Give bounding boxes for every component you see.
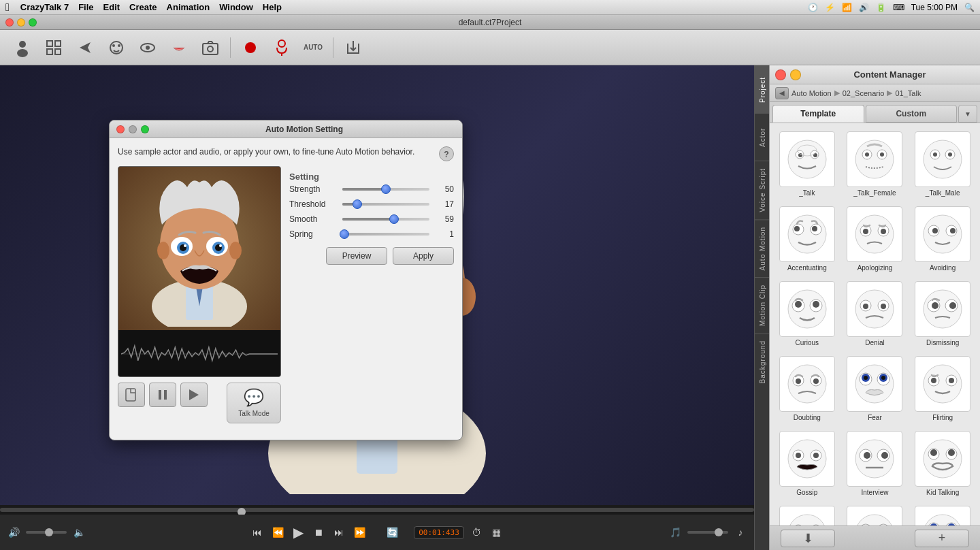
cm-item-16[interactable] — [775, 503, 839, 525]
volume-slider[interactable] — [26, 531, 67, 534]
talk-mode-btn[interactable]: 💬 Talk Mode — [227, 383, 281, 423]
apply-button[interactable]: Apply — [393, 247, 454, 265]
menu-help[interactable]: Help — [263, 2, 282, 12]
smooth-thumb[interactable] — [389, 214, 399, 224]
svg-point-0 — [19, 41, 26, 48]
next-frame-btn[interactable]: ⏩ — [351, 524, 368, 540]
cm-label-doubting: Doubting — [794, 414, 821, 421]
cm-item-gossip[interactable]: Gossip — [775, 428, 839, 499]
vtab-actor[interactable]: Actor — [755, 113, 770, 161]
go-start-btn[interactable]: ⏮ — [249, 524, 265, 540]
cm-label-fear: Fear — [868, 414, 882, 421]
cm-download-btn[interactable]: ⬇ — [781, 530, 835, 547]
cm-item-fear[interactable]: Fear — [843, 353, 907, 424]
window-close-btn[interactable] — [5, 18, 14, 27]
pause-btn[interactable] — [149, 383, 176, 407]
audio-thumb[interactable] — [715, 528, 723, 536]
dialog-waveform — [118, 330, 280, 377]
cm-item-accentuating[interactable]: Accentuating — [775, 204, 839, 274]
cm-item-18[interactable] — [911, 503, 975, 525]
apple-logo[interactable]:  — [5, 1, 10, 14]
cm-tab-custom[interactable]: Custom — [866, 105, 958, 123]
cm-thumb-gossip — [779, 431, 835, 487]
play-btn[interactable]: ▶ — [290, 524, 306, 540]
toolbar-eye-btn[interactable] — [133, 33, 162, 62]
menu-edit[interactable]: Edit — [103, 2, 120, 12]
cm-item-dismissing[interactable]: Dismissing — [911, 278, 975, 349]
metronome-btn[interactable]: ⏱ — [468, 524, 485, 540]
cm-crumb-scenario[interactable]: 02_Scenario — [843, 89, 885, 97]
cm-item-interview[interactable]: Interview — [843, 428, 907, 499]
svg-point-61 — [855, 140, 894, 178]
cm-dropdown-btn[interactable]: ▼ — [958, 105, 977, 123]
vtab-motion-clip[interactable]: Motion Clip — [755, 277, 770, 333]
preview-button[interactable]: Preview — [326, 247, 387, 265]
toolbar-face-btn[interactable] — [102, 33, 131, 62]
cm-item-avoiding[interactable]: Avoiding — [911, 204, 975, 274]
dialog-min-btn[interactable] — [129, 125, 137, 133]
toolbar-auto-btn[interactable]: AUTO — [299, 33, 327, 62]
toolbar-grid-btn[interactable] — [39, 33, 68, 62]
cm-item-apologizing[interactable]: Apologizing — [843, 204, 907, 274]
cm-item-curious[interactable]: Curious — [775, 278, 839, 349]
toolbar-person-btn[interactable] — [8, 33, 37, 62]
threshold-slider-container[interactable] — [342, 200, 429, 208]
strength-thumb[interactable] — [381, 184, 391, 194]
cm-back-btn[interactable]: ◀ — [775, 87, 789, 99]
cm-item-talk-male[interactable]: _Talk_Male — [911, 129, 975, 199]
smooth-slider-container[interactable] — [342, 215, 429, 223]
threshold-thumb[interactable] — [353, 199, 362, 209]
cm-item-flirting[interactable]: Flirting — [911, 353, 975, 424]
cm-close-btn[interactable] — [775, 69, 786, 80]
cm-item-denial[interactable]: Denial — [843, 278, 907, 349]
cm-item-kid-talking[interactable]: Kid Talking — [911, 428, 975, 499]
cm-item-doubting[interactable]: Doubting — [775, 353, 839, 424]
toolbar-mouth-btn[interactable] — [165, 33, 193, 62]
cm-item-talk-female[interactable]: _Talk_Female — [843, 129, 907, 199]
menu-window[interactable]: Window — [219, 2, 253, 12]
cm-expand-btn[interactable] — [790, 69, 801, 80]
spring-slider-container[interactable] — [342, 230, 429, 238]
cm-label-dismissing: Dismissing — [926, 339, 959, 346]
audio-play-btn[interactable] — [180, 383, 208, 407]
menu-create[interactable]: Create — [129, 2, 157, 12]
grid-view-btn[interactable]: ▦ — [489, 524, 505, 540]
toolbar-export-btn[interactable] — [339, 33, 368, 62]
toolbar-transform-btn[interactable] — [71, 33, 99, 62]
menu-search-icon[interactable]: 🔍 — [964, 3, 975, 12]
volume-thumb[interactable] — [45, 528, 53, 536]
audio-file-btn[interactable] — [118, 383, 145, 407]
rewind-btn[interactable]: ⏪ — [270, 524, 286, 540]
spring-thumb[interactable] — [340, 229, 349, 239]
toolbar-camera-btn[interactable] — [196, 33, 225, 62]
cm-crumb-auto-motion[interactable]: Auto Motion — [791, 89, 832, 97]
vtab-project[interactable]: Project — [755, 65, 770, 113]
window-minimize-btn[interactable] — [17, 18, 25, 27]
vtab-auto-motion[interactable]: Auto Motion — [755, 219, 770, 277]
timeline-track[interactable] — [0, 508, 754, 512]
vtab-voice-script[interactable]: Voice Script — [755, 161, 770, 219]
dialog-max-btn[interactable] — [141, 125, 149, 133]
menu-file[interactable]: File — [78, 2, 93, 12]
auto-motion-dialog[interactable]: Auto Motion Setting ? Use sample actor a… — [109, 120, 463, 440]
window-maximize-btn[interactable] — [29, 18, 37, 27]
toolbar-audio-record-btn[interactable] — [267, 33, 296, 62]
cm-item-talk[interactable]: _Talk — [775, 129, 839, 199]
cm-crumb-talk[interactable]: 01_Talk — [895, 89, 921, 97]
cm-item-17[interactable] — [843, 503, 907, 525]
strength-label: Strength — [289, 184, 337, 194]
toolbar-record-btn[interactable] — [236, 33, 265, 62]
strength-slider-container[interactable] — [342, 185, 429, 193]
cm-add-btn[interactable]: + — [915, 530, 969, 547]
loop-btn[interactable]: 🔄 — [384, 524, 400, 540]
audio-slider[interactable] — [687, 531, 728, 534]
go-end-btn[interactable]: ⏭ — [331, 524, 347, 540]
vtab-background[interactable]: Background — [755, 333, 770, 390]
menu-crazytalk[interactable]: CrazyTalk 7 — [20, 2, 69, 12]
dialog-close-btn[interactable] — [116, 125, 125, 133]
menu-bluetooth-icon: ⚡ — [825, 3, 835, 12]
stop-btn[interactable]: ⏹ — [310, 524, 327, 540]
cm-tab-template[interactable]: Template — [772, 105, 864, 123]
menu-animation[interactable]: Animation — [167, 2, 210, 12]
dialog-help-btn[interactable]: ? — [439, 146, 454, 161]
